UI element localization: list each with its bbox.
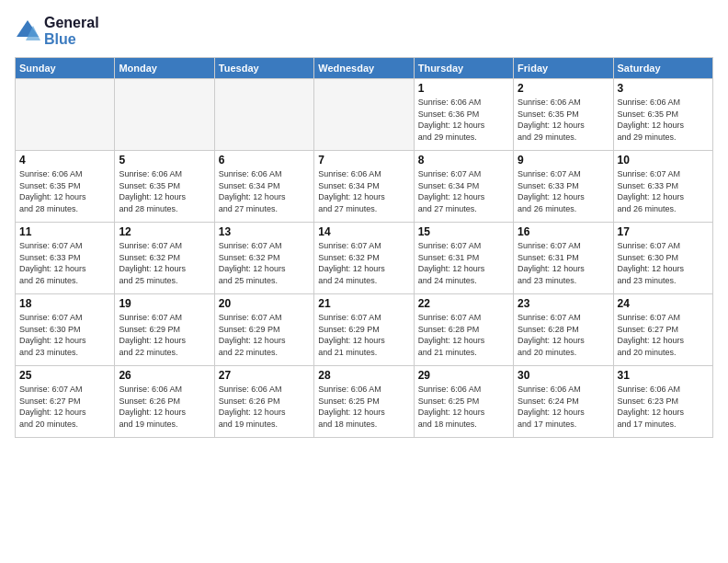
day-cell: 10Sunrise: 6:07 AM Sunset: 6:33 PM Dayli… — [613, 151, 712, 223]
day-number: 15 — [418, 225, 509, 238]
day-cell: 4Sunrise: 6:06 AM Sunset: 6:35 PM Daylig… — [16, 151, 115, 223]
day-cell: 25Sunrise: 6:07 AM Sunset: 6:27 PM Dayli… — [16, 366, 115, 438]
day-cell: 17Sunrise: 6:07 AM Sunset: 6:30 PM Dayli… — [613, 223, 712, 294]
day-info: Sunrise: 6:06 AM Sunset: 6:26 PM Dayligh… — [119, 384, 210, 430]
day-cell: 11Sunrise: 6:07 AM Sunset: 6:33 PM Dayli… — [16, 223, 115, 294]
day-info: Sunrise: 6:06 AM Sunset: 6:34 PM Dayligh… — [318, 168, 409, 214]
day-cell: 18Sunrise: 6:07 AM Sunset: 6:30 PM Dayli… — [16, 294, 115, 366]
day-info: Sunrise: 6:07 AM Sunset: 6:28 PM Dayligh… — [518, 312, 609, 358]
day-number: 1 — [418, 82, 509, 95]
day-number: 12 — [119, 225, 210, 238]
day-info: Sunrise: 6:07 AM Sunset: 6:29 PM Dayligh… — [318, 312, 409, 358]
day-cell: 9Sunrise: 6:07 AM Sunset: 6:33 PM Daylig… — [514, 151, 613, 223]
day-number: 30 — [518, 369, 609, 382]
header: General Blue — [15, 15, 713, 48]
week-row-5: 25Sunrise: 6:07 AM Sunset: 6:27 PM Dayli… — [16, 366, 713, 438]
day-number: 22 — [418, 297, 509, 310]
weekday-header-friday: Friday — [514, 58, 613, 79]
weekday-header-thursday: Thursday — [414, 58, 513, 79]
week-row-2: 4Sunrise: 6:06 AM Sunset: 6:35 PM Daylig… — [16, 151, 713, 223]
day-number: 17 — [618, 225, 709, 238]
day-cell — [16, 79, 115, 151]
day-info: Sunrise: 6:07 AM Sunset: 6:31 PM Dayligh… — [418, 240, 509, 286]
week-row-3: 11Sunrise: 6:07 AM Sunset: 6:33 PM Dayli… — [16, 223, 713, 294]
day-info: Sunrise: 6:07 AM Sunset: 6:33 PM Dayligh… — [19, 240, 110, 286]
day-info: Sunrise: 6:06 AM Sunset: 6:34 PM Dayligh… — [219, 168, 310, 214]
day-number: 10 — [618, 154, 709, 167]
day-cell: 30Sunrise: 6:06 AM Sunset: 6:24 PM Dayli… — [514, 366, 613, 438]
day-cell: 12Sunrise: 6:07 AM Sunset: 6:32 PM Dayli… — [115, 223, 214, 294]
day-number: 21 — [318, 297, 409, 310]
day-info: Sunrise: 6:06 AM Sunset: 6:25 PM Dayligh… — [318, 384, 409, 430]
day-info: Sunrise: 6:07 AM Sunset: 6:27 PM Dayligh… — [618, 312, 709, 358]
day-cell: 21Sunrise: 6:07 AM Sunset: 6:29 PM Dayli… — [314, 294, 414, 366]
day-info: Sunrise: 6:07 AM Sunset: 6:30 PM Dayligh… — [19, 312, 110, 358]
day-number: 26 — [119, 369, 210, 382]
day-info: Sunrise: 6:06 AM Sunset: 6:26 PM Dayligh… — [219, 384, 310, 430]
day-cell: 5Sunrise: 6:06 AM Sunset: 6:35 PM Daylig… — [115, 151, 214, 223]
day-cell: 7Sunrise: 6:06 AM Sunset: 6:34 PM Daylig… — [314, 151, 414, 223]
day-number: 11 — [19, 225, 110, 238]
day-cell: 26Sunrise: 6:06 AM Sunset: 6:26 PM Dayli… — [115, 366, 214, 438]
day-number: 3 — [618, 82, 709, 95]
day-number: 8 — [418, 154, 509, 167]
day-number: 19 — [119, 297, 210, 310]
day-cell: 6Sunrise: 6:06 AM Sunset: 6:34 PM Daylig… — [214, 151, 313, 223]
day-info: Sunrise: 6:06 AM Sunset: 6:24 PM Dayligh… — [518, 384, 609, 430]
week-row-4: 18Sunrise: 6:07 AM Sunset: 6:30 PM Dayli… — [16, 294, 713, 366]
day-number: 18 — [19, 297, 110, 310]
weekday-header-tuesday: Tuesday — [214, 58, 313, 79]
day-cell: 24Sunrise: 6:07 AM Sunset: 6:27 PM Dayli… — [613, 294, 712, 366]
day-number: 13 — [219, 225, 310, 238]
day-info: Sunrise: 6:07 AM Sunset: 6:33 PM Dayligh… — [518, 168, 609, 214]
day-cell — [115, 79, 214, 151]
day-info: Sunrise: 6:07 AM Sunset: 6:27 PM Dayligh… — [19, 384, 110, 430]
day-number: 29 — [418, 369, 509, 382]
day-info: Sunrise: 6:07 AM Sunset: 6:29 PM Dayligh… — [219, 312, 310, 358]
day-info: Sunrise: 6:07 AM Sunset: 6:32 PM Dayligh… — [318, 240, 409, 286]
day-cell: 27Sunrise: 6:06 AM Sunset: 6:26 PM Dayli… — [214, 366, 313, 438]
day-cell: 29Sunrise: 6:06 AM Sunset: 6:25 PM Dayli… — [414, 366, 513, 438]
day-info: Sunrise: 6:07 AM Sunset: 6:28 PM Dayligh… — [418, 312, 509, 358]
day-info: Sunrise: 6:06 AM Sunset: 6:36 PM Dayligh… — [418, 97, 509, 143]
day-info: Sunrise: 6:06 AM Sunset: 6:35 PM Dayligh… — [19, 168, 110, 214]
weekday-header-wednesday: Wednesday — [314, 58, 414, 79]
day-info: Sunrise: 6:06 AM Sunset: 6:25 PM Dayligh… — [418, 384, 509, 430]
day-info: Sunrise: 6:07 AM Sunset: 6:34 PM Dayligh… — [418, 168, 509, 214]
day-number: 23 — [518, 297, 609, 310]
day-number: 5 — [119, 154, 210, 167]
logo: General Blue — [15, 15, 99, 48]
page: General Blue SundayMondayTuesdayWednesda… — [0, 0, 728, 563]
day-number: 27 — [219, 369, 310, 382]
day-number: 9 — [518, 154, 609, 167]
day-number: 24 — [618, 297, 709, 310]
day-number: 31 — [618, 369, 709, 382]
day-cell: 8Sunrise: 6:07 AM Sunset: 6:34 PM Daylig… — [414, 151, 513, 223]
day-cell: 3Sunrise: 6:06 AM Sunset: 6:35 PM Daylig… — [613, 79, 712, 151]
day-cell — [214, 79, 313, 151]
day-cell: 15Sunrise: 6:07 AM Sunset: 6:31 PM Dayli… — [414, 223, 513, 294]
day-number: 14 — [318, 225, 409, 238]
day-info: Sunrise: 6:06 AM Sunset: 6:35 PM Dayligh… — [518, 97, 609, 143]
calendar-table: SundayMondayTuesdayWednesdayThursdayFrid… — [15, 57, 713, 438]
day-cell: 14Sunrise: 6:07 AM Sunset: 6:32 PM Dayli… — [314, 223, 414, 294]
day-cell — [314, 79, 414, 151]
logo-text: General Blue — [44, 15, 99, 48]
day-info: Sunrise: 6:07 AM Sunset: 6:33 PM Dayligh… — [618, 168, 709, 214]
day-cell: 19Sunrise: 6:07 AM Sunset: 6:29 PM Dayli… — [115, 294, 214, 366]
day-cell: 2Sunrise: 6:06 AM Sunset: 6:35 PM Daylig… — [514, 79, 613, 151]
day-number: 20 — [219, 297, 310, 310]
weekday-header-saturday: Saturday — [613, 58, 712, 79]
day-number: 4 — [19, 154, 110, 167]
day-cell: 31Sunrise: 6:06 AM Sunset: 6:23 PM Dayli… — [613, 366, 712, 438]
day-info: Sunrise: 6:07 AM Sunset: 6:32 PM Dayligh… — [119, 240, 210, 286]
day-cell: 22Sunrise: 6:07 AM Sunset: 6:28 PM Dayli… — [414, 294, 513, 366]
day-info: Sunrise: 6:07 AM Sunset: 6:32 PM Dayligh… — [219, 240, 310, 286]
day-info: Sunrise: 6:06 AM Sunset: 6:23 PM Dayligh… — [618, 384, 709, 430]
day-number: 7 — [318, 154, 409, 167]
weekday-header-sunday: Sunday — [16, 58, 115, 79]
day-number: 28 — [318, 369, 409, 382]
day-number: 25 — [19, 369, 110, 382]
day-cell: 20Sunrise: 6:07 AM Sunset: 6:29 PM Dayli… — [214, 294, 313, 366]
day-info: Sunrise: 6:07 AM Sunset: 6:29 PM Dayligh… — [119, 312, 210, 358]
